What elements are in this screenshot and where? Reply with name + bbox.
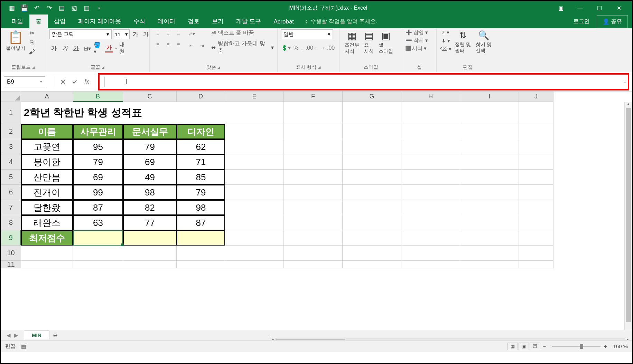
cell-D11[interactable] [177, 261, 225, 268]
tab-insert[interactable]: 삽입 [48, 15, 72, 28]
row-header-11[interactable]: 11 [1, 261, 21, 268]
cell-C7[interactable]: 82 [123, 200, 177, 215]
cell-G5[interactable] [343, 170, 401, 185]
maximize-button[interactable]: ☐ [593, 2, 606, 13]
cell-A3[interactable]: 고꽃연 [21, 139, 73, 154]
delete-cells-button[interactable]: ➖ 삭제 ▾ [406, 37, 428, 44]
tab-developer[interactable]: 개발 도구 [230, 15, 268, 28]
login-button[interactable]: 로그인 [568, 15, 595, 28]
cell-I4[interactable] [460, 154, 519, 170]
cell-I11[interactable] [460, 261, 519, 268]
cell-H3[interactable] [401, 139, 460, 154]
cell-G8[interactable] [343, 215, 401, 230]
cell-B5[interactable]: 69 [73, 170, 123, 185]
cell-E6[interactable] [225, 185, 284, 200]
cell-H10[interactable] [401, 246, 460, 261]
tab-file[interactable]: 파일 [5, 15, 29, 28]
row-header-7[interactable]: 7 [1, 200, 21, 215]
insert-cells-button[interactable]: ➕ 삽입 ▾ [406, 29, 428, 36]
fill-icon[interactable]: ⬇ ▾ [441, 38, 450, 44]
cell-D3[interactable]: 62 [177, 139, 225, 154]
sheet-tab-min[interactable]: MIN [24, 331, 49, 339]
row-header-4[interactable]: 4 [1, 154, 21, 170]
cell-F6[interactable] [284, 185, 343, 200]
font-size-select[interactable]: 11▾ [113, 29, 130, 39]
share-button[interactable]: 👤공유 [597, 15, 628, 28]
cell-C2[interactable]: 문서실무 [123, 124, 177, 139]
format-cells-button[interactable]: ▦ 서식 ▾ [406, 45, 427, 52]
paste-button[interactable]: 📋붙여넣기 [4, 29, 27, 52]
cell-D7[interactable]: 98 [177, 200, 225, 215]
hscroll-left-icon[interactable]: ◀ [271, 338, 273, 341]
row-header-1[interactable]: 1 [1, 102, 21, 124]
dialog-launcher-icon[interactable]: ◢ [32, 65, 35, 69]
cell-H5[interactable] [401, 170, 460, 185]
column-header-C[interactable]: C [123, 92, 177, 102]
cell-A1[interactable]: 2학년 착한반 학생 성적표 [21, 102, 225, 124]
cell-J7[interactable] [519, 200, 553, 215]
cell-B10[interactable] [73, 246, 123, 261]
cell-E8[interactable] [225, 215, 284, 230]
cell-G11[interactable] [343, 261, 401, 268]
cell-B3[interactable]: 95 [73, 139, 123, 154]
save-icon[interactable]: 💾 [20, 4, 28, 12]
tab-acrobat[interactable]: Acrobat [267, 16, 300, 28]
cell-F1[interactable] [284, 102, 343, 124]
cell-J6[interactable] [519, 185, 553, 200]
formula-bar[interactable]: I ⌄ [98, 73, 629, 90]
cell-G7[interactable] [343, 200, 401, 215]
align-middle-icon[interactable]: ≡ [164, 29, 173, 38]
align-center-icon[interactable]: ≡ [164, 40, 173, 49]
cell-D5[interactable]: 85 [177, 170, 225, 185]
column-header-G[interactable]: G [343, 92, 401, 102]
cell-B2[interactable]: 사무관리 [73, 124, 123, 139]
name-box[interactable]: B9▾ [4, 76, 45, 87]
hscroll-right-icon[interactable]: ▶ [627, 338, 630, 341]
cell-F7[interactable] [284, 200, 343, 215]
cell-C5[interactable]: 49 [123, 170, 177, 185]
cell-A2[interactable]: 이름 [21, 124, 73, 139]
vertical-scrollbar[interactable]: ▲ ▼ [624, 102, 632, 340]
cell-G2[interactable] [343, 124, 401, 139]
cell-H6[interactable] [401, 185, 460, 200]
cell-D4[interactable]: 71 [177, 154, 225, 170]
cell-B9[interactable] [73, 230, 123, 246]
cell-G9[interactable] [343, 230, 401, 246]
dialog-launcher-icon[interactable]: ◢ [318, 65, 321, 69]
cell-H11[interactable] [401, 261, 460, 268]
font-color-button[interactable]: 가 [105, 44, 113, 52]
cell-A9[interactable]: 최저점수 [21, 230, 73, 246]
tab-page-layout[interactable]: 페이지 레이아웃 [72, 15, 127, 28]
font-name-select[interactable]: 맑은 고딕▾ [49, 29, 112, 39]
ruby-button[interactable]: 내천 [119, 44, 128, 53]
cell-B11[interactable] [73, 261, 123, 268]
hscroll-thumb[interactable] [276, 339, 345, 341]
cell-G10[interactable] [343, 246, 401, 261]
qat-icon-1[interactable]: ▤ [58, 4, 65, 12]
cell-H4[interactable] [401, 154, 460, 170]
cell-C10[interactable] [123, 246, 177, 261]
tab-review[interactable]: 검토 [181, 15, 206, 28]
conditional-format-button[interactable]: ▦조건부 서식 [343, 29, 361, 55]
cell-E3[interactable] [225, 139, 284, 154]
column-header-A[interactable]: A [21, 92, 73, 102]
increase-indent-icon[interactable]: ⇥ [197, 41, 206, 50]
qat-icon-2[interactable]: ▧ [70, 4, 78, 12]
cell-E10[interactable] [225, 246, 284, 261]
cell-C11[interactable] [123, 261, 177, 268]
cell-A8[interactable]: 래완소 [21, 215, 73, 230]
cell-G3[interactable] [343, 139, 401, 154]
undo-icon[interactable]: ↶ [33, 4, 40, 12]
horizontal-scrollbar[interactable]: ◀ ▶ [275, 338, 625, 341]
cell-J5[interactable] [519, 170, 553, 185]
scroll-up-icon[interactable]: ▲ [625, 102, 632, 108]
tab-home[interactable]: 홈 [29, 15, 48, 28]
zoom-in-button[interactable]: + [604, 343, 607, 349]
tab-data[interactable]: 데이터 [151, 15, 181, 28]
bold-button[interactable]: 가 [49, 44, 58, 53]
row-header-6[interactable]: 6 [1, 185, 21, 200]
orientation-icon[interactable]: ⤢▾ [187, 29, 196, 38]
percent-icon[interactable]: % [294, 45, 298, 51]
worksheet-grid[interactable]: A B C D E F G H I J 1 2학년 착한반 학생 성적표 2 이… [1, 92, 632, 340]
zoom-slider[interactable] [552, 346, 601, 347]
